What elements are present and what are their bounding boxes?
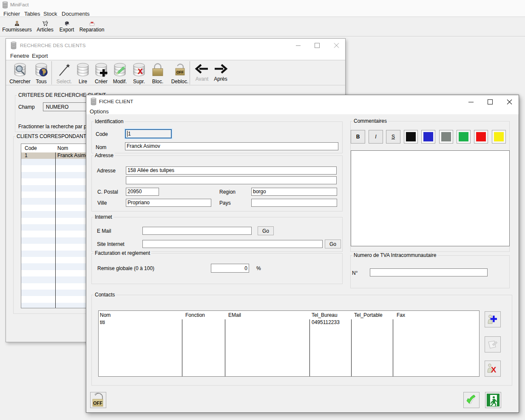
svg-text:OFF: OFF <box>93 400 102 406</box>
svg-text:OFF: OFF <box>176 70 184 74</box>
svg-text:X: X <box>491 365 497 374</box>
svg-text:X: X <box>138 68 143 76</box>
